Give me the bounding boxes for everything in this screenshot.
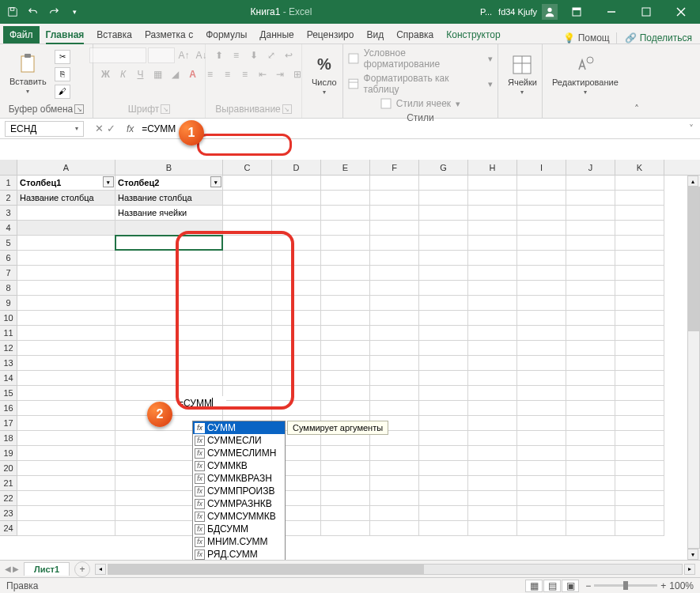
cell[interactable] bbox=[272, 311, 321, 326]
scroll-left-button[interactable]: ◂ bbox=[95, 564, 106, 575]
cell[interactable] bbox=[17, 356, 115, 371]
autocomplete-item[interactable]: fxСУММЕСЛИ bbox=[193, 434, 285, 447]
cell[interactable] bbox=[370, 461, 419, 476]
cell[interactable] bbox=[615, 401, 664, 416]
scroll-up-button[interactable]: ▴ bbox=[687, 176, 698, 187]
row-header[interactable]: 15 bbox=[0, 386, 17, 401]
tab-home[interactable]: Главная bbox=[40, 26, 91, 43]
cell[interactable] bbox=[17, 386, 115, 401]
cell[interactable] bbox=[517, 341, 566, 356]
align-left-button[interactable]: ≡ bbox=[202, 66, 218, 82]
cell[interactable] bbox=[517, 236, 566, 251]
autocomplete-item[interactable]: fxСУММЕСЛИМН bbox=[193, 447, 285, 459]
col-header-G[interactable]: G bbox=[419, 160, 468, 175]
cell[interactable] bbox=[615, 206, 664, 221]
cell[interactable] bbox=[517, 491, 566, 506]
cell[interactable] bbox=[223, 386, 272, 401]
cell[interactable] bbox=[419, 311, 468, 326]
number-format-button[interactable]: % Число ▾ bbox=[307, 52, 342, 97]
cell[interactable] bbox=[17, 236, 115, 251]
cell[interactable] bbox=[468, 386, 517, 401]
cell[interactable] bbox=[468, 176, 517, 191]
sheet-nav-next[interactable]: ▶ bbox=[13, 565, 19, 573]
cell[interactable] bbox=[370, 476, 419, 491]
cell[interactable] bbox=[17, 251, 115, 266]
row-header[interactable]: 17 bbox=[0, 416, 17, 431]
cell[interactable] bbox=[566, 266, 615, 281]
autocomplete-item[interactable]: fxРЯД.СУММ bbox=[193, 548, 285, 560]
font-launcher[interactable]: ↘ bbox=[161, 104, 170, 114]
add-sheet-button[interactable]: + bbox=[74, 561, 90, 577]
cell[interactable] bbox=[321, 341, 370, 356]
col-header-H[interactable]: H bbox=[468, 160, 517, 175]
row-header[interactable]: 23 bbox=[0, 506, 17, 521]
cell[interactable] bbox=[17, 431, 115, 446]
cell[interactable] bbox=[321, 296, 370, 311]
cell[interactable] bbox=[223, 341, 272, 356]
sheet-nav-prev[interactable]: ◀ bbox=[5, 565, 11, 573]
col-header-J[interactable]: J bbox=[566, 160, 615, 175]
cell[interactable] bbox=[17, 446, 115, 461]
cell[interactable] bbox=[468, 311, 517, 326]
cell[interactable] bbox=[321, 266, 370, 281]
cell[interactable] bbox=[321, 221, 370, 236]
cell[interactable] bbox=[115, 266, 223, 281]
cell[interactable] bbox=[17, 461, 115, 476]
cell[interactable] bbox=[517, 461, 566, 476]
filter-button[interactable]: ▾ bbox=[210, 176, 221, 187]
cell[interactable] bbox=[615, 476, 664, 491]
cell[interactable] bbox=[272, 281, 321, 296]
zoom-slider[interactable] bbox=[594, 584, 657, 587]
cell[interactable] bbox=[566, 221, 615, 236]
align-middle-button[interactable]: ≡ bbox=[229, 47, 244, 63]
cell[interactable] bbox=[115, 356, 223, 371]
cell[interactable] bbox=[17, 341, 115, 356]
row-header[interactable]: 20 bbox=[0, 461, 17, 476]
cell[interactable] bbox=[615, 281, 664, 296]
cell[interactable]: Название столбца bbox=[115, 191, 223, 206]
cell[interactable] bbox=[517, 521, 566, 536]
cell[interactable] bbox=[566, 506, 615, 521]
cell[interactable] bbox=[468, 491, 517, 506]
row-header[interactable]: 12 bbox=[0, 341, 17, 356]
view-page-layout-button[interactable]: ▤ bbox=[543, 580, 561, 592]
cell[interactable] bbox=[419, 461, 468, 476]
cell[interactable] bbox=[517, 431, 566, 446]
row-header[interactable]: 21 bbox=[0, 476, 17, 491]
cell[interactable] bbox=[468, 401, 517, 416]
format-as-table-button[interactable]: Форматировать как таблицу ▾ bbox=[348, 73, 493, 95]
row-header[interactable]: 19 bbox=[0, 446, 17, 461]
tab-layout[interactable]: Разметка с bbox=[138, 26, 199, 43]
cell[interactable] bbox=[17, 281, 115, 296]
cell[interactable] bbox=[272, 401, 321, 416]
cell[interactable] bbox=[370, 296, 419, 311]
col-header-K[interactable]: K bbox=[615, 160, 664, 175]
cell[interactable] bbox=[272, 296, 321, 311]
cell[interactable] bbox=[468, 476, 517, 491]
cell[interactable] bbox=[468, 251, 517, 266]
cell[interactable] bbox=[321, 521, 370, 536]
cell[interactable] bbox=[468, 281, 517, 296]
share-button[interactable]: 🔗 Поделиться bbox=[616, 32, 700, 43]
cell[interactable] bbox=[566, 341, 615, 356]
cell[interactable] bbox=[468, 521, 517, 536]
cell[interactable] bbox=[517, 311, 566, 326]
cell[interactable] bbox=[272, 266, 321, 281]
cell[interactable] bbox=[468, 296, 517, 311]
autocomplete-item[interactable]: fxСУММ bbox=[193, 421, 285, 434]
cell[interactable] bbox=[468, 221, 517, 236]
worksheet[interactable]: A B C D E F G H I J K 1Столбец1▾Столбец2… bbox=[0, 160, 700, 560]
cell[interactable] bbox=[321, 236, 370, 251]
align-bottom-button[interactable]: ⬇ bbox=[246, 47, 262, 63]
cell[interactable] bbox=[566, 446, 615, 461]
hscroll-thumb[interactable] bbox=[108, 565, 424, 574]
cell[interactable] bbox=[468, 326, 517, 341]
cell[interactable] bbox=[321, 476, 370, 491]
bold-button[interactable]: Ж bbox=[98, 66, 114, 82]
cell[interactable] bbox=[17, 416, 115, 431]
cell[interactable] bbox=[272, 371, 321, 386]
cell-styles-button[interactable]: Стили ячеек ▾ bbox=[380, 98, 460, 109]
cell[interactable] bbox=[615, 506, 664, 521]
cell[interactable] bbox=[419, 236, 468, 251]
cell[interactable] bbox=[566, 296, 615, 311]
